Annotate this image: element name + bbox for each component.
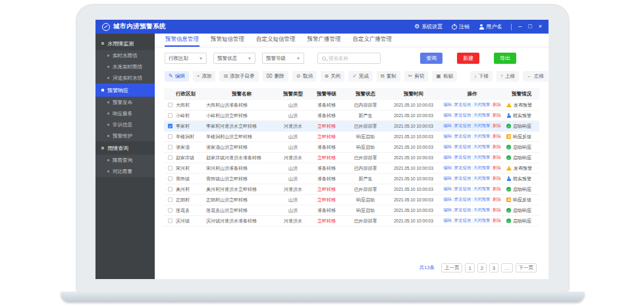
op-link-0[interactable]: 编辑 (443, 218, 452, 222)
table-row[interactable]: 宋河村宋河村山洪准备转移山洪准备转移已内部部署2021.05.10 10:00:… (164, 163, 539, 174)
logout-button[interactable]: 注销 (452, 23, 470, 30)
ellipsis-button[interactable]: … (501, 263, 513, 272)
op-link-1[interactable]: 发送短信 (454, 186, 471, 191)
op-link-1[interactable]: 发送短信 (454, 144, 471, 149)
op-link-1[interactable]: 发送短信 (454, 102, 471, 107)
filter-select-0[interactable]: 行政区划▼ (165, 53, 207, 64)
sidebar-item-1-2[interactable]: 常识信息 (95, 119, 155, 130)
filter-select-2[interactable]: 预警等级▼ (262, 53, 304, 64)
toolbar-button-1[interactable]: +添加 (193, 71, 216, 82)
op-link-1[interactable]: 发送短信 (454, 165, 471, 170)
toolbar-button-7[interactable]: ⧉复制 (377, 71, 400, 82)
op-link-0[interactable]: 编辑 (443, 155, 452, 159)
row-checkbox[interactable] (168, 145, 173, 149)
page-button-3[interactable]: 3 (489, 263, 498, 272)
table-row[interactable]: 正阳村正阳村山洪立即转移山洪立即转移响应启动2021.05.10 10:00:0… (164, 195, 539, 205)
table-row[interactable]: 张家港张家港山洪立即转移山洪准备转移响应启动2021.05.10 10:00:0… (164, 142, 539, 153)
sidebar-item-2-1[interactable]: 对比雨量 (95, 166, 155, 177)
op-link-2[interactable]: 关闭预警 (473, 102, 491, 107)
op-link-0[interactable]: 编辑 (443, 144, 452, 149)
op-link-3[interactable]: 删除 (493, 134, 501, 138)
op-link-3[interactable]: 删除 (493, 207, 501, 212)
op-link-1[interactable]: 发送短信 (454, 134, 471, 138)
op-link-2[interactable]: 关闭预警 (473, 218, 491, 222)
next-page-button[interactable]: 下一页 (516, 263, 537, 272)
toolbar-button-6[interactable]: ✓完成 (348, 71, 373, 82)
op-link-3[interactable]: 删除 (493, 218, 501, 222)
sidebar-item-1-3[interactable]: 预警维护 (95, 130, 155, 141)
row-checkbox[interactable] (168, 197, 173, 202)
create-button[interactable]: 新建 (457, 53, 479, 64)
toolbar-button-3[interactable]: ⌧删除 (263, 71, 288, 82)
sidebar-item-2-0[interactable]: 降雨查询 (95, 155, 155, 166)
op-link-2[interactable]: 关闭预警 (473, 207, 491, 212)
row-checkbox[interactable]: ✓ (168, 124, 173, 128)
toolbar-button-4[interactable]: ⊘取消 (292, 71, 317, 82)
op-link-2[interactable]: 关闭预警 (473, 113, 491, 117)
op-link-1[interactable]: 发送短信 (454, 113, 471, 117)
prev-page-button[interactable]: 上一页 (441, 263, 463, 272)
toolbar-button-12[interactable]: ←左移 (523, 71, 548, 82)
table-row[interactable]: 莲花县莲花县山洪立即转移山洪准备转移响应启动2021.05.10 10:00:0… (164, 205, 539, 216)
row-checkbox[interactable] (168, 208, 173, 213)
op-link-0[interactable]: 编辑 (443, 113, 452, 117)
table-row[interactable]: 小岭村小岭村山洪立即转移山洪准备转移新产生2021.05.10 10:00:03… (164, 111, 539, 121)
op-link-1[interactable]: 发送短信 (454, 123, 471, 128)
op-link-1[interactable]: 发送短信 (454, 197, 471, 201)
op-link-3[interactable]: 删除 (493, 113, 501, 117)
sidebar-group-0[interactable]: 水雨情监测 (95, 37, 155, 50)
table-row[interactable]: 滨河镇滨河镇河道洪水准备转移河道洪水立即转移已外部部署2021.05.10 10… (164, 216, 539, 226)
sidebar-group-2[interactable]: 雨情查询 (95, 141, 155, 155)
op-link-0[interactable]: 编辑 (443, 176, 452, 180)
op-link-2[interactable]: 关闭预警 (473, 123, 491, 128)
op-link-0[interactable]: 编辑 (443, 134, 452, 138)
op-link-3[interactable]: 删除 (493, 144, 501, 149)
minimize-button[interactable]: – (518, 24, 522, 30)
op-link-1[interactable]: 发送短信 (454, 218, 471, 222)
row-checkbox[interactable] (168, 166, 173, 170)
op-link-1[interactable]: 发送短信 (454, 207, 471, 212)
toolbar-button-5[interactable]: ⊗关闭 (321, 71, 345, 82)
tab-3[interactable]: 预警广播管理 (307, 34, 342, 47)
table-row[interactable]: 青田镇青田镇山洪立即转移山洪准备转移新产生2021.05.10 10:00:03… (164, 174, 539, 184)
op-link-3[interactable]: 删除 (493, 165, 501, 170)
op-link-2[interactable]: 关闭预警 (473, 197, 491, 201)
op-link-3[interactable]: 删除 (493, 155, 501, 159)
table-row[interactable]: 赵家庄镇赵家庄镇河道洪水准备转移河道洪水立即转移已外部部署2021.05.10 … (164, 153, 539, 163)
op-link-2[interactable]: 关闭预警 (473, 176, 491, 180)
op-link-1[interactable]: 发送短信 (454, 155, 471, 159)
filter-select-1[interactable]: 预警状态▼ (213, 53, 255, 64)
toolbar-button-10[interactable]: ↓下移 (470, 71, 493, 82)
op-link-0[interactable]: 编辑 (443, 123, 452, 128)
sidebar-item-0-0[interactable]: 实时水雨情 (95, 50, 155, 61)
op-link-3[interactable]: 删除 (493, 123, 501, 128)
table-row[interactable]: 吴河村吴河村河道洪水立即转移河道洪水立即转移已外部部署2021.05.10 10… (164, 184, 539, 195)
toolbar-button-11[interactable]: ↑上移 (496, 71, 519, 82)
export-button[interactable]: 导出 (494, 53, 516, 64)
row-checkbox[interactable] (168, 218, 173, 223)
op-link-0[interactable]: 编辑 (443, 186, 452, 191)
row-checkbox[interactable] (168, 134, 173, 139)
system-settings-button[interactable]: ⚙ 系统设置 (414, 23, 443, 30)
op-link-0[interactable]: 编辑 (443, 102, 452, 107)
sidebar-item-0-1[interactable]: 水库实时雨情 (95, 61, 155, 72)
maximize-button[interactable]: □ (528, 24, 531, 30)
op-link-0[interactable]: 编辑 (443, 207, 452, 212)
sidebar-item-1-1[interactable]: 响应服务 (95, 108, 155, 119)
table-row[interactable]: ✓李家村李家村河道洪水立即转移河道洪水立即转移已外部部署2021.05.10 1… (164, 121, 539, 132)
row-checkbox[interactable] (168, 113, 173, 118)
tab-0[interactable]: 预警信息管理 (165, 34, 200, 47)
sidebar-item-0-2[interactable]: 河道实时水情 (95, 72, 155, 84)
user-menu-button[interactable]: 用户名 (479, 23, 502, 30)
op-link-3[interactable]: 删除 (493, 186, 501, 191)
sidebar-group-1[interactable]: 预警响应 (95, 84, 155, 97)
row-checkbox[interactable] (168, 187, 173, 192)
toolbar-button-9[interactable]: ▣粘贴 (432, 71, 457, 82)
op-link-2[interactable]: 关闭预警 (473, 186, 491, 191)
toolbar-button-0[interactable]: ✎编辑 (165, 71, 189, 82)
close-button[interactable]: × (539, 24, 542, 30)
page-button-2[interactable]: 2 (477, 263, 487, 272)
page-button-1[interactable]: 1 (465, 263, 474, 272)
table-row[interactable]: 羊楼洞村羊楼洞村山洪立即转移山洪立即转移响应启动2021.05.10 10:00… (164, 132, 539, 142)
op-link-2[interactable]: 关闭预警 (473, 134, 491, 138)
